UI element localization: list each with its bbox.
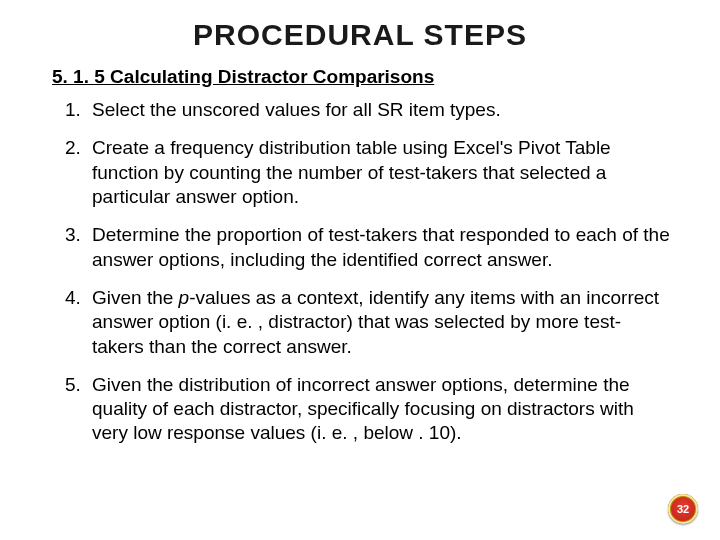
section-heading: 5. 1. 5 Calculating Distractor Compariso… [52, 66, 720, 88]
list-item: Given the p-values as a context, identif… [86, 286, 672, 359]
list-item: Select the unscored values for all SR it… [86, 98, 672, 122]
list-item: Given the distribution of incorrect answ… [86, 373, 672, 446]
step-list: Select the unscored values for all SR it… [56, 98, 672, 446]
list-item: Create a frequency distribution table us… [86, 136, 672, 209]
page-number-badge: 32 [668, 494, 698, 524]
page-title: PROCEDURAL STEPS [0, 0, 720, 52]
slide: PROCEDURAL STEPS 5. 1. 5 Calculating Dis… [0, 0, 720, 540]
list-item: Determine the proportion of test-takers … [86, 223, 672, 272]
page-number: 32 [677, 503, 689, 515]
